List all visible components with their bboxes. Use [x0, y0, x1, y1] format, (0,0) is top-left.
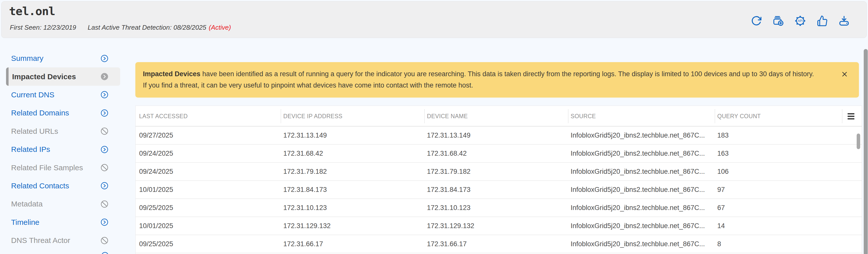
device-table-body: 09/27/2025 172.31.13.149 172.31.13.149 I…	[135, 126, 862, 253]
cell-query-count: 8	[715, 240, 842, 248]
cell-query-count: 97	[715, 186, 842, 194]
cell-source: InfobloxGrid5j20_ibns2.techblue.net_867C…	[568, 132, 715, 139]
cell-device-ip: 172.31.66.17	[281, 240, 425, 248]
cell-last-accessed: 09/25/2025	[135, 204, 281, 212]
column-menu-cell	[842, 106, 858, 126]
cell-source: InfobloxGrid5j20_ibns2.techblue.net_867C…	[568, 186, 715, 194]
column-header-last-accessed[interactable]: LAST ACCESSED	[135, 106, 281, 126]
cell-device-ip: 172.31.13.149	[281, 132, 425, 139]
mark-helpful-button[interactable]	[816, 15, 828, 27]
cell-last-accessed: 09/25/2025	[135, 240, 281, 248]
export-button[interactable]	[838, 15, 850, 27]
blocked-icon	[100, 164, 108, 172]
table-menu-button[interactable]	[847, 111, 858, 121]
sidebar-item-related-domains[interactable]: Related Domains	[0, 104, 128, 122]
cell-device-name: 172.31.66.17	[425, 240, 568, 248]
sidebar-item-dns-threat-actor: DNS Threat Actor	[0, 231, 128, 250]
cell-device-name: 172.31.10.123	[425, 204, 568, 212]
header-action-bar: API	[750, 15, 850, 27]
sidebar-item-related-urls: Related URLs	[0, 122, 128, 140]
cell-device-name: 172.31.84.173	[425, 186, 568, 194]
cell-device-name: 172.31.129.132	[425, 222, 568, 230]
last-active-threat: Last Active Threat Detection: 08/28/2025	[88, 24, 206, 31]
hamburger-icon	[847, 113, 855, 114]
column-header-device-ip[interactable]: DEVICE IP ADDRESS	[281, 106, 425, 126]
page-scrollbar-thumb[interactable]	[864, 49, 868, 254]
go-chevron-icon	[100, 109, 108, 117]
close-icon	[841, 71, 848, 77]
sidebar-item-summary[interactable]: Summary	[0, 49, 128, 67]
page-title: tel.onl	[9, 4, 55, 18]
blocked-icon	[100, 200, 108, 208]
banner-close-button[interactable]	[841, 71, 848, 78]
table-row: 09/24/2025 172.31.68.42 172.31.68.42 Inf…	[135, 145, 862, 163]
impacted-devices-info-banner: Impacted Devices have been identified as…	[135, 62, 859, 98]
refresh-button[interactable]	[750, 15, 762, 27]
refresh-icon	[750, 15, 762, 27]
api-settings-button[interactable]: API	[795, 15, 806, 27]
go-chevron-icon	[101, 252, 109, 254]
cell-source: InfobloxGrid5j20_ibns2.techblue.net_867C…	[568, 222, 715, 230]
cell-device-ip: 172.31.10.123	[281, 204, 425, 212]
go-chevron-icon	[100, 146, 108, 153]
sidebar-item-related-file-samples: Related File Samples	[0, 158, 128, 177]
cell-source: InfobloxGrid5j20_ibns2.techblue.net_867C…	[568, 150, 715, 157]
first-seen: First Seen: 12/23/2019	[10, 24, 76, 31]
cell-device-name: 172.31.79.182	[425, 168, 568, 176]
sidebar-item-related-contacts[interactable]: Related Contacts	[0, 177, 128, 195]
table-row: 09/25/2025 172.31.66.17 172.31.66.17 Inf…	[135, 235, 862, 253]
cell-last-accessed: 09/24/2025	[135, 150, 281, 157]
cell-source: InfobloxGrid5j20_ibns2.techblue.net_867C…	[568, 204, 715, 212]
sidebar-item-impacted-devices[interactable]: Impacted Devices	[6, 67, 120, 85]
cell-query-count: 67	[715, 204, 842, 212]
column-header-device-name[interactable]: DEVICE NAME	[425, 106, 568, 126]
thumbs-up-icon	[816, 15, 828, 27]
sidebar-item-current-dns[interactable]: Current DNS	[0, 86, 128, 104]
cell-last-accessed: 09/24/2025	[135, 168, 281, 176]
sidebar-item-timeline[interactable]: Timeline	[0, 213, 128, 231]
cell-source: InfobloxGrid5j20_ibns2.techblue.net_867C…	[568, 168, 715, 176]
banner-text: have been identified as a result of runn…	[143, 70, 814, 89]
go-chevron-icon	[100, 218, 108, 226]
impacted-devices-table: LAST ACCESSED DEVICE IP ADDRESS DEVICE N…	[135, 106, 862, 254]
table-header-row: LAST ACCESSED DEVICE IP ADDRESS DEVICE N…	[135, 106, 862, 126]
sidebar-item-metadata: Metadata	[0, 195, 128, 213]
table-row: 09/25/2025 172.31.10.123 172.31.10.123 I…	[135, 199, 862, 217]
cell-query-count: 163	[715, 150, 842, 157]
add-to-collection-icon	[773, 15, 784, 27]
table-row: 10/01/2025 172.31.84.173 172.31.84.173 I…	[135, 181, 862, 199]
cell-query-count: 183	[715, 132, 842, 139]
add-to-collection-button[interactable]	[773, 15, 784, 27]
blocked-icon	[100, 237, 108, 245]
indicator-meta: First Seen: 12/23/2019Last Active Threat…	[10, 24, 231, 31]
column-header-source[interactable]: SOURCE	[568, 106, 715, 126]
table-row: 09/27/2025 172.31.13.149 172.31.13.149 I…	[135, 126, 862, 145]
cell-device-ip: 172.31.68.42	[281, 150, 425, 157]
sidebar-item-related-ips[interactable]: Related IPs	[0, 140, 128, 158]
cell-device-ip: 172.31.129.132	[281, 222, 425, 230]
cell-device-name: 172.31.13.149	[425, 132, 568, 139]
blocked-icon	[100, 127, 108, 135]
sidebar-item-partial[interactable]	[101, 252, 109, 254]
cell-source: InfobloxGrid5j20_ibns2.techblue.net_867C…	[568, 240, 715, 248]
column-header-query-count[interactable]: QUERY COUNT	[715, 106, 842, 126]
cell-last-accessed: 10/01/2025	[135, 222, 281, 230]
table-row: 09/24/2025 172.31.79.182 172.31.79.182 I…	[135, 163, 862, 181]
table-scrollbar-thumb[interactable]	[857, 134, 860, 149]
table-row: 10/01/2025 172.31.129.132 172.31.129.132…	[135, 217, 862, 235]
api-gear-icon: API	[795, 15, 806, 27]
sidebar-nav: Summary Impacted Devices Current DNS Rel…	[0, 49, 128, 250]
banner-lead: Impacted Devices	[143, 70, 200, 78]
cell-device-ip: 172.31.79.182	[281, 168, 425, 176]
download-icon	[838, 15, 850, 27]
cell-last-accessed: 09/27/2025	[135, 132, 281, 139]
go-chevron-icon	[100, 73, 108, 80]
go-chevron-icon	[100, 91, 108, 99]
cell-device-name: 172.31.68.42	[425, 150, 568, 157]
cell-query-count: 106	[715, 168, 842, 176]
cell-query-count: 14	[715, 222, 842, 230]
go-chevron-icon	[100, 182, 108, 190]
cell-last-accessed: 10/01/2025	[135, 186, 281, 194]
indicator-header: tel.onl First Seen: 12/23/2019Last Activ…	[1, 1, 867, 38]
cell-device-ip: 172.31.84.173	[281, 186, 425, 194]
